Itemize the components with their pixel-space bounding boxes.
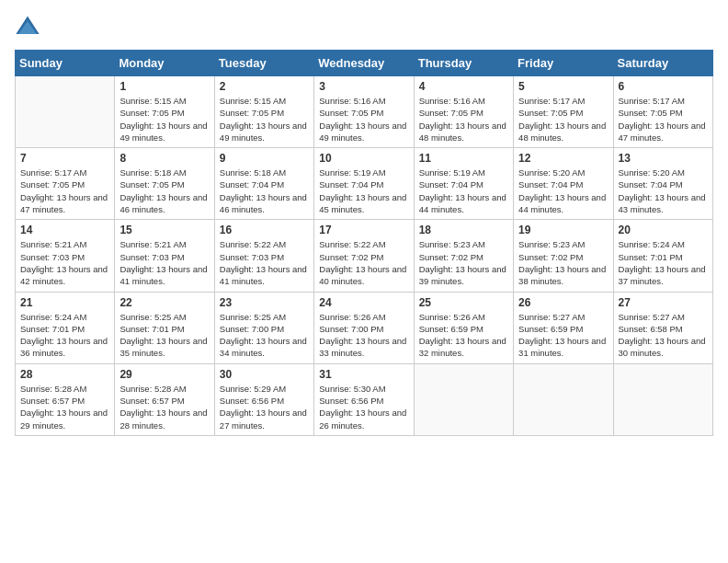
logo bbox=[15, 15, 44, 40]
calendar-week-3: 14Sunrise: 5:21 AM Sunset: 7:03 PM Dayli… bbox=[16, 220, 713, 292]
calendar-cell: 18Sunrise: 5:23 AM Sunset: 7:02 PM Dayli… bbox=[414, 220, 513, 292]
calendar-cell: 10Sunrise: 5:19 AM Sunset: 7:04 PM Dayli… bbox=[314, 148, 414, 220]
calendar-cell: 2Sunrise: 5:15 AM Sunset: 7:05 PM Daylig… bbox=[214, 76, 313, 148]
day-number: 6 bbox=[619, 80, 708, 93]
calendar-cell: 26Sunrise: 5:27 AM Sunset: 6:59 PM Dayli… bbox=[514, 292, 613, 363]
calendar-cell: 8Sunrise: 5:18 AM Sunset: 7:05 PM Daylig… bbox=[115, 148, 214, 220]
calendar-cell: 24Sunrise: 5:26 AM Sunset: 7:00 PM Dayli… bbox=[314, 292, 414, 363]
day-number: 18 bbox=[419, 224, 508, 236]
day-number: 4 bbox=[419, 80, 508, 93]
header-day-saturday: Saturday bbox=[613, 51, 712, 76]
day-number: 26 bbox=[518, 296, 608, 309]
day-info: Sunrise: 5:16 AM Sunset: 7:05 PM Dayligh… bbox=[319, 95, 408, 144]
day-number: 12 bbox=[518, 152, 608, 165]
calendar-cell bbox=[613, 363, 712, 435]
calendar-cell: 22Sunrise: 5:25 AM Sunset: 7:01 PM Dayli… bbox=[115, 292, 214, 363]
calendar-cell: 23Sunrise: 5:25 AM Sunset: 7:00 PM Dayli… bbox=[214, 292, 313, 363]
day-number: 21 bbox=[20, 296, 109, 309]
calendar-cell: 19Sunrise: 5:23 AM Sunset: 7:02 PM Dayli… bbox=[514, 220, 613, 292]
header-day-wednesday: Wednesday bbox=[314, 51, 414, 76]
calendar-week-2: 7Sunrise: 5:17 AM Sunset: 7:05 PM Daylig… bbox=[16, 148, 713, 220]
day-info: Sunrise: 5:15 AM Sunset: 7:05 PM Dayligh… bbox=[220, 95, 309, 144]
day-number: 9 bbox=[220, 152, 309, 165]
day-info: Sunrise: 5:23 AM Sunset: 7:02 PM Dayligh… bbox=[518, 238, 608, 287]
calendar-cell: 17Sunrise: 5:22 AM Sunset: 7:02 PM Dayli… bbox=[314, 220, 414, 292]
calendar-cell: 11Sunrise: 5:19 AM Sunset: 7:04 PM Dayli… bbox=[414, 148, 513, 220]
day-info: Sunrise: 5:28 AM Sunset: 6:57 PM Dayligh… bbox=[20, 383, 109, 431]
day-number: 5 bbox=[518, 80, 608, 93]
calendar-cell: 14Sunrise: 5:21 AM Sunset: 7:03 PM Dayli… bbox=[16, 220, 115, 292]
calendar-week-1: 1Sunrise: 5:15 AM Sunset: 7:05 PM Daylig… bbox=[16, 76, 713, 148]
day-info: Sunrise: 5:19 AM Sunset: 7:04 PM Dayligh… bbox=[319, 167, 408, 215]
day-info: Sunrise: 5:23 AM Sunset: 7:02 PM Dayligh… bbox=[419, 238, 508, 287]
calendar-cell: 31Sunrise: 5:30 AM Sunset: 6:56 PM Dayli… bbox=[314, 363, 414, 435]
day-number: 25 bbox=[419, 296, 508, 309]
day-number: 27 bbox=[619, 296, 708, 309]
day-info: Sunrise: 5:20 AM Sunset: 7:04 PM Dayligh… bbox=[619, 167, 708, 215]
calendar-cell: 13Sunrise: 5:20 AM Sunset: 7:04 PM Dayli… bbox=[613, 148, 712, 220]
calendar-cell bbox=[414, 363, 513, 435]
day-info: Sunrise: 5:27 AM Sunset: 6:58 PM Dayligh… bbox=[619, 311, 708, 360]
calendar-cell: 25Sunrise: 5:26 AM Sunset: 6:59 PM Dayli… bbox=[414, 292, 513, 363]
day-number: 17 bbox=[319, 224, 408, 236]
calendar-cell: 28Sunrise: 5:28 AM Sunset: 6:57 PM Dayli… bbox=[16, 363, 115, 435]
day-number: 29 bbox=[119, 368, 209, 381]
day-info: Sunrise: 5:19 AM Sunset: 7:04 PM Dayligh… bbox=[419, 167, 508, 215]
day-info: Sunrise: 5:20 AM Sunset: 7:04 PM Dayligh… bbox=[518, 167, 608, 215]
calendar-cell: 6Sunrise: 5:17 AM Sunset: 7:05 PM Daylig… bbox=[613, 76, 712, 148]
day-number: 11 bbox=[419, 152, 508, 165]
day-number: 16 bbox=[220, 224, 309, 236]
calendar-cell: 27Sunrise: 5:27 AM Sunset: 6:58 PM Dayli… bbox=[613, 292, 712, 363]
calendar-cell bbox=[514, 363, 613, 435]
day-info: Sunrise: 5:17 AM Sunset: 7:05 PM Dayligh… bbox=[619, 95, 708, 144]
header-day-thursday: Thursday bbox=[414, 51, 513, 76]
day-info: Sunrise: 5:27 AM Sunset: 6:59 PM Dayligh… bbox=[518, 311, 608, 360]
calendar-cell: 12Sunrise: 5:20 AM Sunset: 7:04 PM Dayli… bbox=[514, 148, 613, 220]
header-day-sunday: Sunday bbox=[16, 51, 115, 76]
header-day-monday: Monday bbox=[115, 51, 214, 76]
day-info: Sunrise: 5:25 AM Sunset: 7:00 PM Dayligh… bbox=[220, 311, 309, 360]
calendar-header-row: SundayMondayTuesdayWednesdayThursdayFrid… bbox=[16, 51, 713, 76]
day-number: 24 bbox=[319, 296, 408, 309]
day-number: 14 bbox=[20, 224, 109, 236]
day-info: Sunrise: 5:26 AM Sunset: 6:59 PM Dayligh… bbox=[419, 311, 508, 360]
header bbox=[15, 15, 713, 40]
day-info: Sunrise: 5:26 AM Sunset: 7:00 PM Dayligh… bbox=[319, 311, 408, 360]
day-info: Sunrise: 5:18 AM Sunset: 7:04 PM Dayligh… bbox=[220, 167, 309, 215]
calendar-table: SundayMondayTuesdayWednesdayThursdayFrid… bbox=[15, 50, 713, 436]
calendar-cell: 4Sunrise: 5:16 AM Sunset: 7:05 PM Daylig… bbox=[414, 76, 513, 148]
day-number: 2 bbox=[220, 80, 309, 93]
day-info: Sunrise: 5:29 AM Sunset: 6:56 PM Dayligh… bbox=[220, 383, 309, 431]
calendar-cell: 21Sunrise: 5:24 AM Sunset: 7:01 PM Dayli… bbox=[16, 292, 115, 363]
calendar-week-4: 21Sunrise: 5:24 AM Sunset: 7:01 PM Dayli… bbox=[16, 292, 713, 363]
day-info: Sunrise: 5:25 AM Sunset: 7:01 PM Dayligh… bbox=[119, 311, 209, 360]
calendar-cell: 20Sunrise: 5:24 AM Sunset: 7:01 PM Dayli… bbox=[613, 220, 712, 292]
day-info: Sunrise: 5:24 AM Sunset: 7:01 PM Dayligh… bbox=[619, 238, 708, 287]
day-number: 23 bbox=[220, 296, 309, 309]
day-number: 8 bbox=[119, 152, 209, 165]
calendar-cell: 3Sunrise: 5:16 AM Sunset: 7:05 PM Daylig… bbox=[314, 76, 414, 148]
day-number: 30 bbox=[220, 368, 309, 381]
calendar-cell: 7Sunrise: 5:17 AM Sunset: 7:05 PM Daylig… bbox=[16, 148, 115, 220]
calendar-cell bbox=[16, 76, 115, 148]
day-info: Sunrise: 5:17 AM Sunset: 7:05 PM Dayligh… bbox=[20, 167, 109, 215]
day-number: 1 bbox=[119, 80, 209, 93]
day-info: Sunrise: 5:22 AM Sunset: 7:02 PM Dayligh… bbox=[319, 238, 408, 287]
calendar-cell: 16Sunrise: 5:22 AM Sunset: 7:03 PM Dayli… bbox=[214, 220, 313, 292]
calendar-week-5: 28Sunrise: 5:28 AM Sunset: 6:57 PM Dayli… bbox=[16, 363, 713, 435]
logo-icon bbox=[15, 15, 40, 40]
day-info: Sunrise: 5:21 AM Sunset: 7:03 PM Dayligh… bbox=[20, 238, 109, 287]
day-number: 20 bbox=[619, 224, 708, 236]
calendar-cell: 30Sunrise: 5:29 AM Sunset: 6:56 PM Dayli… bbox=[214, 363, 313, 435]
day-info: Sunrise: 5:21 AM Sunset: 7:03 PM Dayligh… bbox=[119, 238, 209, 287]
day-number: 22 bbox=[119, 296, 209, 309]
day-info: Sunrise: 5:18 AM Sunset: 7:05 PM Dayligh… bbox=[119, 167, 209, 215]
day-number: 15 bbox=[119, 224, 209, 236]
day-number: 13 bbox=[619, 152, 708, 165]
calendar-cell: 1Sunrise: 5:15 AM Sunset: 7:05 PM Daylig… bbox=[115, 76, 214, 148]
day-number: 28 bbox=[20, 368, 109, 381]
calendar-cell: 29Sunrise: 5:28 AM Sunset: 6:57 PM Dayli… bbox=[115, 363, 214, 435]
day-number: 19 bbox=[518, 224, 608, 236]
day-info: Sunrise: 5:17 AM Sunset: 7:05 PM Dayligh… bbox=[518, 95, 608, 144]
day-info: Sunrise: 5:28 AM Sunset: 6:57 PM Dayligh… bbox=[119, 383, 209, 431]
